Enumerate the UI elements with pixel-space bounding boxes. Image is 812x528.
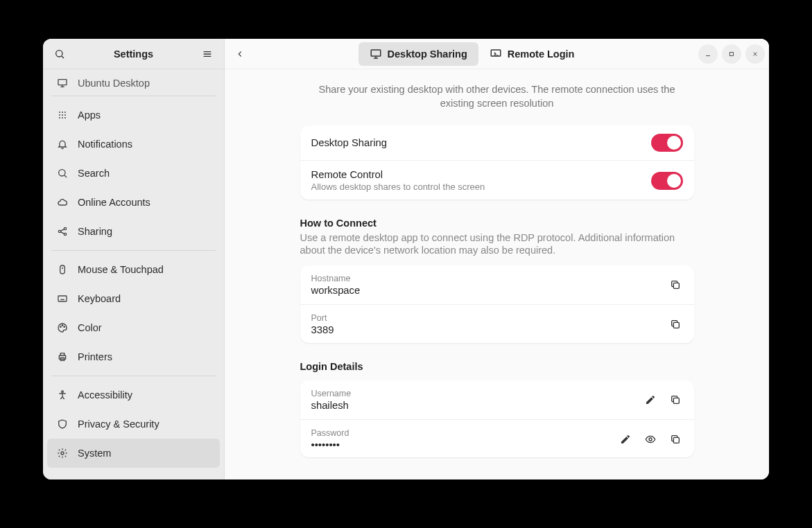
svg-line-23	[60, 232, 64, 234]
svg-point-17	[59, 170, 65, 176]
copy-icon	[670, 319, 681, 330]
content: Share your existing desktop with other d…	[225, 69, 769, 479]
copy-icon	[670, 279, 681, 290]
main-panel: Desktop Sharing Remote Login	[225, 39, 769, 479]
sidebar-item-label: Color	[78, 322, 102, 333]
svg-rect-26	[58, 296, 67, 301]
keyboard-icon	[54, 293, 71, 304]
tab-group: Desktop Sharing Remote Login	[251, 42, 693, 66]
svg-point-8	[59, 112, 60, 113]
sidebar-item-label: Ubuntu Desktop	[78, 78, 150, 89]
minimize-icon	[705, 51, 711, 58]
how-to-connect-heading: How to Connect	[300, 218, 694, 229]
share-icon	[54, 226, 71, 237]
sidebar: Settings Ubuntu Desktop Apps	[43, 39, 225, 479]
sidebar-item-search[interactable]: Search	[47, 159, 220, 188]
row-main: Port 3389	[311, 313, 668, 335]
sidebar-item-printers[interactable]: Printers	[47, 342, 220, 371]
sidebar-separator	[51, 376, 216, 376]
hostname-value: workspace	[311, 285, 668, 296]
svg-point-49	[649, 438, 652, 441]
desktop-sharing-switch[interactable]	[651, 134, 683, 152]
sidebar-item-privacy-security[interactable]: Privacy & Security	[47, 410, 220, 439]
connection-info-card: Hostname workspace Port 3389	[300, 265, 694, 342]
sidebar-item-online-accounts[interactable]: Online Accounts	[47, 188, 220, 217]
svg-point-33	[64, 326, 64, 327]
minimize-button[interactable]	[698, 44, 718, 64]
settings-window: Settings Ubuntu Desktop Apps	[43, 39, 769, 479]
copy-password-button[interactable]	[668, 432, 683, 447]
svg-line-18	[64, 175, 67, 177]
printer-icon	[54, 351, 71, 362]
row-desktop-sharing: Desktop Sharing	[300, 125, 694, 160]
row-label: Password	[311, 428, 618, 438]
sidebar-item-system[interactable]: System	[47, 439, 220, 468]
svg-rect-48	[673, 398, 679, 403]
copy-port-button[interactable]	[668, 317, 683, 332]
reveal-password-button[interactable]	[643, 432, 658, 447]
maximize-icon	[728, 51, 735, 58]
sidebar-item-label: Keyboard	[78, 293, 121, 304]
tab-desktop-sharing[interactable]: Desktop Sharing	[359, 42, 478, 66]
sidebar-item-notifications[interactable]: Notifications	[47, 130, 220, 159]
login-details-card: Username shailesh Password	[300, 380, 694, 457]
svg-rect-50	[673, 437, 679, 443]
close-button[interactable]	[745, 44, 765, 64]
sidebar-item-label: Privacy & Security	[78, 419, 159, 430]
sidebar-item-keyboard[interactable]: Keyboard	[47, 284, 220, 313]
remote-control-switch[interactable]	[651, 172, 683, 190]
svg-rect-46	[673, 283, 679, 289]
svg-rect-24	[60, 265, 65, 274]
back-button[interactable]	[229, 43, 251, 65]
svg-point-14	[59, 117, 60, 118]
sidebar-item-label: Online Accounts	[78, 197, 150, 208]
row-main: Password ••••••••	[311, 428, 618, 450]
edit-password-button[interactable]	[618, 432, 633, 447]
sidebar-header: Settings	[43, 39, 224, 69]
sidebar-item-color[interactable]: Color	[47, 313, 220, 342]
row-label: Hostname	[311, 274, 668, 283]
sidebar-item-accessibility[interactable]: Accessibility	[47, 380, 220, 410]
sidebar-search-button[interactable]	[50, 44, 69, 64]
desktop-sharing-icon	[370, 48, 382, 60]
svg-point-11	[59, 114, 60, 116]
row-main: Remote Control Allows desktop shares to …	[311, 169, 651, 192]
edit-username-button[interactable]	[643, 392, 658, 407]
row-remote-control: Remote Control Allows desktop shares to …	[300, 160, 694, 199]
sidebar-separator	[51, 96, 216, 96]
palette-icon	[54, 322, 71, 333]
edit-icon	[620, 434, 631, 445]
svg-point-10	[64, 112, 66, 113]
copy-hostname-button[interactable]	[668, 277, 683, 292]
svg-rect-5	[58, 80, 67, 85]
copy-username-button[interactable]	[668, 392, 683, 407]
sidebar-item-sharing[interactable]: Sharing	[47, 217, 220, 246]
login-details-heading: Login Details	[300, 361, 694, 372]
copy-icon	[670, 394, 681, 405]
chevron-left-icon	[235, 49, 245, 59]
how-to-connect-description: Use a remote desktop app to connect usin…	[300, 231, 694, 258]
row-label: Port	[311, 313, 668, 323]
row-title: Desktop Sharing	[311, 137, 651, 148]
sidebar-item-mouse-touchpad[interactable]: Mouse & Touchpad	[47, 255, 220, 284]
tab-remote-login[interactable]: Remote Login	[478, 42, 586, 66]
sidebar-item-ubuntu-desktop[interactable]: Ubuntu Desktop	[47, 73, 220, 91]
svg-point-37	[61, 452, 64, 455]
sidebar-item-label: Search	[78, 168, 110, 179]
sidebar-item-apps[interactable]: Apps	[47, 100, 220, 130]
search-icon	[54, 168, 71, 179]
maximize-button[interactable]	[722, 44, 741, 64]
sidebar-item-label: Printers	[78, 351, 112, 362]
svg-point-32	[62, 325, 62, 326]
row-main: Desktop Sharing	[311, 137, 651, 148]
person-icon	[54, 389, 71, 401]
row-username: Username shailesh	[300, 380, 694, 419]
sidebar-item-label: Notifications	[78, 139, 132, 150]
sidebar-menu-button[interactable]	[198, 44, 217, 64]
desktop-icon	[54, 78, 71, 89]
svg-point-0	[56, 50, 62, 56]
shield-icon	[54, 419, 71, 430]
tab-label: Desktop Sharing	[388, 49, 467, 60]
eye-icon	[645, 434, 656, 445]
sidebar-item-label: Accessibility	[78, 389, 132, 401]
